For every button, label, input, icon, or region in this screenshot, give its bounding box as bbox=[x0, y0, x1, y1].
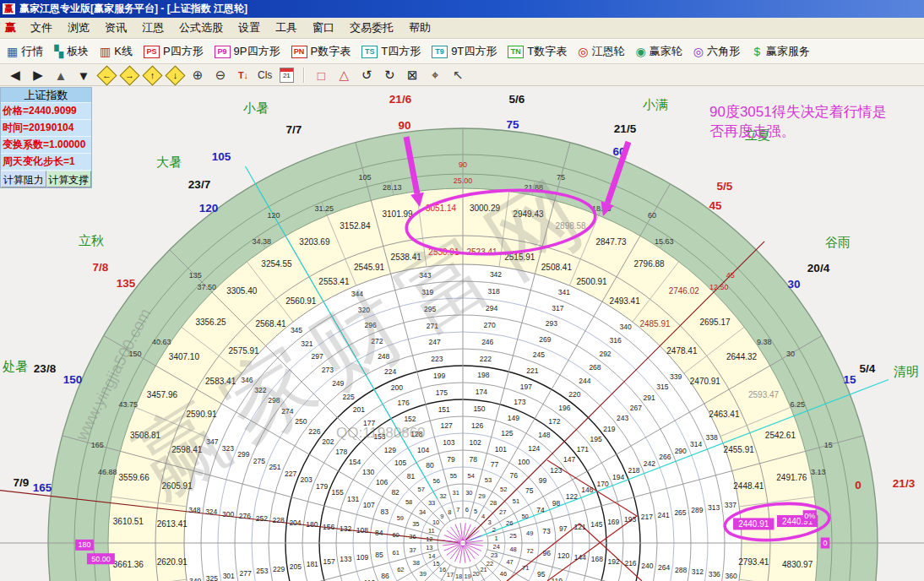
9p-square-button-label: 9P四方形 bbox=[234, 44, 280, 59]
spiral-number: 25 bbox=[509, 532, 516, 540]
pan-up-button[interactable]: ↑ bbox=[144, 68, 160, 84]
price-outer-ring-value: 2746.02 bbox=[669, 286, 700, 296]
9t-square-button-icon: T9 bbox=[432, 46, 448, 58]
spiral-number: 18 bbox=[455, 573, 462, 580]
t-square-button[interactable]: TST四方形 bbox=[361, 44, 421, 59]
spiral-number: 16 bbox=[439, 566, 446, 573]
pan-left-button[interactable]: ← bbox=[98, 68, 115, 84]
menu-item-0[interactable]: 文件 bbox=[23, 19, 60, 37]
menu-item-2[interactable]: 资讯 bbox=[97, 19, 134, 37]
next-button[interactable]: ▶ bbox=[30, 68, 46, 84]
menu-item-4[interactable]: 公式选股 bbox=[171, 19, 231, 37]
sectors-button[interactable]: ▚板块 bbox=[54, 44, 89, 59]
tools-toolbar: ◀▶▲▼←→↑↓⊕⊖T↓Cls21□△↺↻⊠⌖↖ bbox=[0, 65, 924, 86]
band-degree: 135 bbox=[189, 271, 202, 280]
pan-right-button[interactable]: → bbox=[121, 68, 138, 84]
winner-service-button[interactable]: ＄赢家服务 bbox=[751, 44, 810, 59]
gann-wheel-canvas: 1234567891011121314151617181920212223242… bbox=[0, 0, 924, 581]
price-outer-ring-value: 3254.55 bbox=[261, 259, 292, 269]
prev-button[interactable]: ◀ bbox=[7, 68, 24, 84]
zoom-in-button[interactable]: ⊕ bbox=[189, 68, 206, 84]
spiral-number: 59 bbox=[397, 514, 404, 522]
spiral-number: 19 bbox=[464, 573, 470, 580]
menu-item-8[interactable]: 交易委托 bbox=[342, 19, 401, 37]
spiral-number: 244 bbox=[579, 377, 590, 385]
price-scale-button[interactable]: T↓ bbox=[235, 68, 252, 84]
spiral-number: 240 bbox=[641, 562, 653, 570]
rect-tool-button[interactable]: □ bbox=[313, 68, 329, 84]
spiral-number: 155 bbox=[332, 488, 344, 497]
menu-item-7[interactable]: 窗口 bbox=[305, 19, 342, 37]
spiral-number: 74 bbox=[536, 506, 545, 514]
spiral-number: 73 bbox=[542, 527, 551, 535]
spiral-number: 48 bbox=[509, 546, 516, 553]
date-label: 7/9 bbox=[14, 476, 30, 489]
spiral-number: 4 bbox=[481, 513, 485, 520]
p-number-table-button[interactable]: PNP数字表 bbox=[291, 44, 351, 59]
pointer-tool-button[interactable]: ↖ bbox=[449, 68, 466, 84]
zoom-out-button[interactable]: ⊖ bbox=[212, 68, 229, 84]
spiral-number: 202 bbox=[322, 437, 334, 446]
p-square-button-label: P四方形 bbox=[163, 44, 204, 59]
spiral-number: 145 bbox=[590, 520, 602, 529]
gann-wheel-button[interactable]: ◎江恩轮 bbox=[578, 44, 624, 59]
p-square-button[interactable]: PSP四方形 bbox=[144, 44, 204, 59]
spiral-number: 338 bbox=[705, 433, 717, 442]
hexagon-button[interactable]: ◎六角形 bbox=[693, 44, 740, 59]
spiral-number: 181 bbox=[307, 560, 318, 568]
pan-down-button[interactable]: ↓ bbox=[166, 68, 183, 84]
spiral-number: 301 bbox=[223, 572, 235, 580]
spiral-number: 14 bbox=[428, 552, 435, 560]
menu-item-9[interactable]: 帮助 bbox=[401, 19, 438, 37]
winner-service-button-label: 赢家服务 bbox=[766, 44, 810, 59]
menu-item-1[interactable]: 浏览 bbox=[60, 19, 97, 37]
spiral-number: 289 bbox=[691, 506, 703, 514]
spiral-number: 126 bbox=[471, 421, 483, 430]
calendar-button[interactable]: 21 bbox=[278, 68, 295, 84]
spiral-number: 71 bbox=[522, 564, 529, 572]
rotate-ccw-button[interactable]: ↺ bbox=[358, 68, 375, 84]
spiral-number: 171 bbox=[577, 445, 589, 453]
delete-box-button[interactable]: ⊠ bbox=[404, 68, 421, 84]
spiral-number: 173 bbox=[514, 398, 525, 406]
9p-square-button[interactable]: P99P四方形 bbox=[215, 44, 280, 59]
spiral-number: 180 bbox=[306, 520, 318, 529]
date-label: 5/5 bbox=[717, 180, 733, 193]
jump-end-button[interactable]: ▼ bbox=[75, 68, 92, 84]
spiral-number: 265 bbox=[674, 508, 686, 517]
date-label: 5/6 bbox=[509, 93, 525, 106]
pan-right-button-icon: → bbox=[119, 65, 139, 85]
spiral-number: 39 bbox=[420, 570, 427, 578]
menu-item-6[interactable]: 工具 bbox=[268, 19, 305, 37]
spiral-number: 245 bbox=[533, 350, 545, 359]
spiral-number: 146 bbox=[581, 486, 593, 494]
sectors-button-label: 板块 bbox=[67, 44, 89, 59]
center-target-button[interactable]: ⌖ bbox=[427, 68, 443, 84]
cls-button[interactable]: Cls bbox=[258, 69, 272, 81]
watermark-qq: QQ:11980860 bbox=[336, 425, 426, 441]
winner-wheel-button[interactable]: ◉赢家轮 bbox=[635, 44, 682, 59]
menu-item-5[interactable]: 设置 bbox=[231, 19, 268, 37]
spiral-number: 30 bbox=[465, 489, 472, 497]
triangle-tool-button[interactable]: △ bbox=[335, 68, 352, 84]
spiral-number: 179 bbox=[316, 482, 328, 491]
calc-support-button[interactable]: 计算支撑 bbox=[46, 171, 92, 187]
spiral-number: 22 bbox=[486, 560, 493, 567]
9t-square-button[interactable]: T99T四方形 bbox=[432, 44, 497, 59]
band-degree: 90 bbox=[459, 160, 467, 169]
kline-button[interactable]: ▥K线 bbox=[100, 44, 133, 59]
jump-start-button[interactable]: ▲ bbox=[52, 68, 69, 84]
spiral-number: 124 bbox=[528, 444, 540, 453]
highlighted-cell-label: 0% bbox=[804, 512, 815, 520]
solar-term-label: 清明 bbox=[894, 364, 919, 378]
price-inner-ring-value: 2440.91 bbox=[738, 519, 769, 529]
spiral-number: 168 bbox=[591, 555, 603, 563]
t-number-table-button[interactable]: TNT数字表 bbox=[508, 44, 567, 59]
spiral-number: 312 bbox=[692, 567, 704, 576]
calc-resistance-button[interactable]: 计算阻力 bbox=[1, 171, 46, 187]
menu-item-3[interactable]: 江恩 bbox=[134, 19, 171, 37]
rotate-cw-button[interactable]: ↻ bbox=[381, 68, 398, 84]
quotes-button[interactable]: ▦行情 bbox=[7, 44, 43, 59]
band-degree: 165 bbox=[91, 441, 104, 449]
spiral-number: 132 bbox=[340, 524, 351, 533]
